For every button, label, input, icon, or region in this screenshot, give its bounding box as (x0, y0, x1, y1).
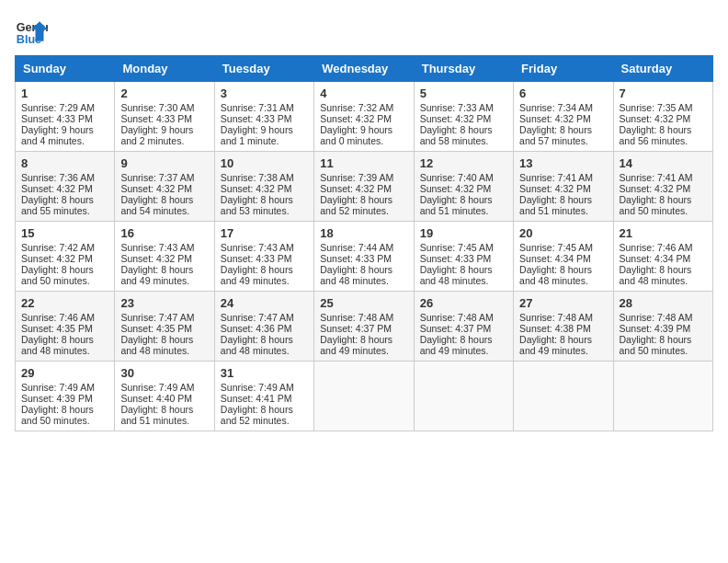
day-cell: 7Sunrise: 7:35 AMSunset: 4:32 PMDaylight… (613, 82, 712, 152)
sunrise: Sunrise: 7:41 AM (519, 172, 593, 183)
day-number: 19 (420, 226, 507, 240)
day-number: 5 (420, 86, 507, 100)
day-cell: 25Sunrise: 7:48 AMSunset: 4:37 PMDayligh… (314, 292, 414, 362)
day-cell: 30Sunrise: 7:49 AMSunset: 4:40 PMDayligh… (115, 362, 214, 431)
sunset: Sunset: 4:33 PM (420, 253, 492, 264)
day-cell (514, 362, 613, 431)
daylight: Daylight: 8 hours and 50 minutes. (620, 194, 692, 216)
sunrise: Sunrise: 7:40 AM (420, 172, 494, 183)
sunrise: Sunrise: 7:45 AM (519, 242, 593, 253)
sunset: Sunset: 4:32 PM (21, 253, 93, 264)
day-number: 15 (21, 226, 108, 240)
logo: General Blue (15, 15, 48, 48)
daylight: Daylight: 8 hours and 49 minutes. (320, 334, 392, 356)
sunrise: Sunrise: 7:43 AM (221, 242, 294, 253)
day-cell: 18Sunrise: 7:44 AMSunset: 4:33 PMDayligh… (314, 222, 414, 292)
sunset: Sunset: 4:32 PM (221, 183, 292, 194)
daylight: Daylight: 8 hours and 48 minutes. (120, 334, 193, 356)
sunrise: Sunrise: 7:44 AM (320, 242, 393, 253)
sunset: Sunset: 4:32 PM (21, 183, 93, 194)
sunset: Sunset: 4:32 PM (120, 183, 192, 194)
day-number: 14 (620, 156, 707, 170)
sunset: Sunset: 4:32 PM (620, 183, 691, 194)
sunset: Sunset: 4:39 PM (21, 393, 93, 404)
daylight: Daylight: 8 hours and 51 minutes. (120, 404, 193, 426)
sunrise: Sunrise: 7:45 AM (420, 242, 494, 253)
day-cell: 21Sunrise: 7:46 AMSunset: 4:34 PMDayligh… (613, 222, 712, 292)
sunrise: Sunrise: 7:42 AM (21, 242, 95, 253)
daylight: Daylight: 9 hours and 4 minutes. (21, 124, 94, 146)
sunrise: Sunrise: 7:47 AM (120, 312, 194, 323)
daylight: Daylight: 8 hours and 49 minutes. (519, 334, 592, 356)
sunset: Sunset: 4:32 PM (320, 183, 392, 194)
day-cell: 13Sunrise: 7:41 AMSunset: 4:32 PMDayligh… (514, 152, 613, 222)
logo-icon: General Blue (15, 15, 48, 48)
sunrise: Sunrise: 7:48 AM (320, 312, 393, 323)
day-number: 13 (519, 156, 607, 170)
day-cell: 8Sunrise: 7:36 AMSunset: 4:32 PMDaylight… (16, 152, 115, 222)
day-number: 11 (320, 156, 407, 170)
daylight: Daylight: 8 hours and 48 minutes. (21, 334, 94, 356)
day-cell: 10Sunrise: 7:38 AMSunset: 4:32 PMDayligh… (214, 152, 313, 222)
day-number: 10 (221, 156, 308, 170)
sunrise: Sunrise: 7:46 AM (620, 242, 693, 253)
daylight: Daylight: 9 hours and 1 minute. (221, 124, 293, 146)
sunrise: Sunrise: 7:36 AM (21, 172, 95, 183)
day-number: 18 (320, 226, 407, 240)
col-header-wednesday: Wednesday (314, 56, 414, 82)
day-cell (314, 362, 414, 431)
week-row-5: 29Sunrise: 7:49 AMSunset: 4:39 PMDayligh… (16, 362, 713, 431)
sunset: Sunset: 4:40 PM (120, 393, 192, 404)
sunrise: Sunrise: 7:41 AM (620, 172, 693, 183)
day-number: 30 (120, 366, 208, 380)
daylight: Daylight: 8 hours and 57 minutes. (519, 124, 592, 146)
daylight: Daylight: 8 hours and 49 minutes. (120, 264, 193, 286)
daylight: Daylight: 8 hours and 50 minutes. (21, 264, 94, 286)
day-cell: 23Sunrise: 7:47 AMSunset: 4:35 PMDayligh… (115, 292, 214, 362)
sunrise: Sunrise: 7:34 AM (519, 102, 593, 113)
sunset: Sunset: 4:37 PM (420, 323, 492, 334)
sunset: Sunset: 4:32 PM (120, 253, 192, 264)
daylight: Daylight: 8 hours and 56 minutes. (620, 124, 692, 146)
day-number: 20 (519, 226, 607, 240)
day-cell: 3Sunrise: 7:31 AMSunset: 4:33 PMDaylight… (214, 82, 313, 152)
sunrise: Sunrise: 7:37 AM (120, 172, 194, 183)
week-row-1: 1Sunrise: 7:29 AMSunset: 4:33 PMDaylight… (16, 82, 713, 152)
day-cell: 9Sunrise: 7:37 AMSunset: 4:32 PMDaylight… (115, 152, 214, 222)
sunrise: Sunrise: 7:39 AM (320, 172, 393, 183)
week-row-4: 22Sunrise: 7:46 AMSunset: 4:35 PMDayligh… (16, 292, 713, 362)
day-cell: 16Sunrise: 7:43 AMSunset: 4:32 PMDayligh… (115, 222, 214, 292)
sunrise: Sunrise: 7:43 AM (120, 242, 194, 253)
day-number: 21 (620, 226, 707, 240)
sunset: Sunset: 4:32 PM (420, 113, 492, 124)
day-cell: 22Sunrise: 7:46 AMSunset: 4:35 PMDayligh… (16, 292, 115, 362)
day-number: 22 (21, 296, 108, 310)
day-number: 4 (320, 86, 407, 100)
day-cell: 1Sunrise: 7:29 AMSunset: 4:33 PMDaylight… (16, 82, 115, 152)
sunset: Sunset: 4:32 PM (420, 183, 492, 194)
col-header-monday: Monday (115, 56, 214, 82)
sunrise: Sunrise: 7:33 AM (420, 102, 494, 113)
sunset: Sunset: 4:34 PM (620, 253, 691, 264)
day-cell: 4Sunrise: 7:32 AMSunset: 4:32 PMDaylight… (314, 82, 414, 152)
sunrise: Sunrise: 7:35 AM (620, 102, 693, 113)
col-header-tuesday: Tuesday (214, 56, 313, 82)
col-header-thursday: Thursday (414, 56, 513, 82)
sunrise: Sunrise: 7:48 AM (420, 312, 494, 323)
sunrise: Sunrise: 7:31 AM (221, 102, 294, 113)
sunset: Sunset: 4:37 PM (320, 323, 392, 334)
daylight: Daylight: 8 hours and 51 minutes. (420, 194, 493, 216)
daylight: Daylight: 8 hours and 54 minutes. (120, 194, 193, 216)
day-number: 2 (120, 86, 208, 100)
sunrise: Sunrise: 7:49 AM (120, 382, 194, 393)
sunset: Sunset: 4:32 PM (519, 113, 591, 124)
calendar-table: SundayMondayTuesdayWednesdayThursdayFrid… (15, 55, 713, 431)
day-number: 27 (519, 296, 607, 310)
sunset: Sunset: 4:38 PM (519, 323, 591, 334)
header: General Blue (15, 15, 713, 48)
sunrise: Sunrise: 7:48 AM (620, 312, 693, 323)
daylight: Daylight: 8 hours and 52 minutes. (320, 194, 392, 216)
daylight: Daylight: 8 hours and 52 minutes. (221, 404, 293, 426)
day-number: 26 (420, 296, 507, 310)
sunset: Sunset: 4:36 PM (221, 323, 292, 334)
